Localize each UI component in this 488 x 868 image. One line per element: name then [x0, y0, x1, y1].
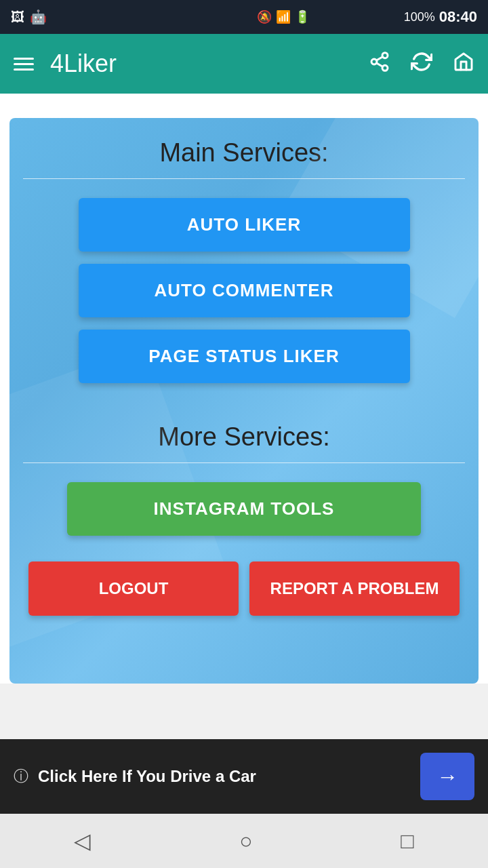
recents-button[interactable]: □ — [401, 829, 413, 854]
auto-liker-button[interactable]: AUTO LIKER — [79, 198, 410, 252]
status-bar-right: 🔕 📶 🔋 🔕 📶 🔋 100% 100% 08:40 — [257, 8, 477, 26]
page-status-liker-button[interactable]: PAGE STATUS LIKER — [79, 330, 410, 383]
instagram-tools-button[interactable]: INSTAGRAM TOOLS — [67, 482, 421, 536]
app-bar: 4Liker — [0, 34, 488, 94]
main-services-title: Main Services: — [23, 138, 465, 167]
ad-text: Click Here If You Drive a Car — [38, 767, 420, 786]
arrow-right-icon: → — [436, 764, 458, 789]
app-bar-left: 4Liker — [14, 50, 117, 78]
share-icon[interactable] — [369, 51, 390, 77]
refresh-icon[interactable] — [411, 51, 432, 77]
spacer — [23, 395, 465, 422]
bottom-row: LOGOUT REPORT A PROBLEM — [23, 561, 465, 616]
info-icon: ⓘ — [14, 766, 28, 787]
spacer2 — [23, 548, 465, 561]
more-services-title: More Services: — [23, 422, 465, 452]
ad-arrow-button[interactable]: → — [420, 753, 474, 800]
image-icon: 🖼 — [11, 9, 24, 25]
status-bar: 🖼 🤖 🔕 📶 🔋 🔕 📶 🔋 100% 100% 08:40 — [0, 0, 488, 34]
main-content: Main Services: AUTO LIKER AUTO COMMENTER… — [0, 94, 488, 684]
svg-line-4 — [376, 56, 382, 60]
android-icon: 🤖 — [30, 9, 47, 25]
report-problem-button[interactable]: REPORT A PROBLEM — [249, 561, 460, 616]
menu-button[interactable] — [14, 58, 34, 71]
auto-commenter-button[interactable]: AUTO COMMENTER — [79, 264, 410, 317]
status-bar-left: 🖼 🤖 — [11, 9, 47, 25]
wifi-icon: 📶 — [276, 9, 291, 24]
main-divider — [23, 178, 465, 179]
home-icon[interactable] — [453, 51, 474, 77]
app-bar-icons — [369, 51, 474, 77]
nav-bar: ◁ ○ □ — [0, 814, 488, 868]
mute-icon: 🔕 — [257, 9, 272, 24]
logout-button[interactable]: LOGOUT — [28, 561, 239, 616]
home-nav-button[interactable]: ○ — [239, 829, 252, 854]
back-button[interactable]: ◁ — [74, 828, 91, 854]
battery-level-text: 100% — [404, 10, 435, 24]
ad-banner[interactable]: ⓘ Click Here If You Drive a Car → — [0, 739, 488, 814]
services-card: Main Services: AUTO LIKER AUTO COMMENTER… — [9, 118, 479, 684]
card-bottom-spacer — [23, 623, 465, 663]
svg-line-3 — [376, 63, 382, 66]
battery-icon: 🔋 — [295, 9, 310, 24]
app-title: 4Liker — [50, 50, 117, 78]
status-time: 08:40 — [439, 8, 477, 26]
more-divider — [23, 462, 465, 463]
